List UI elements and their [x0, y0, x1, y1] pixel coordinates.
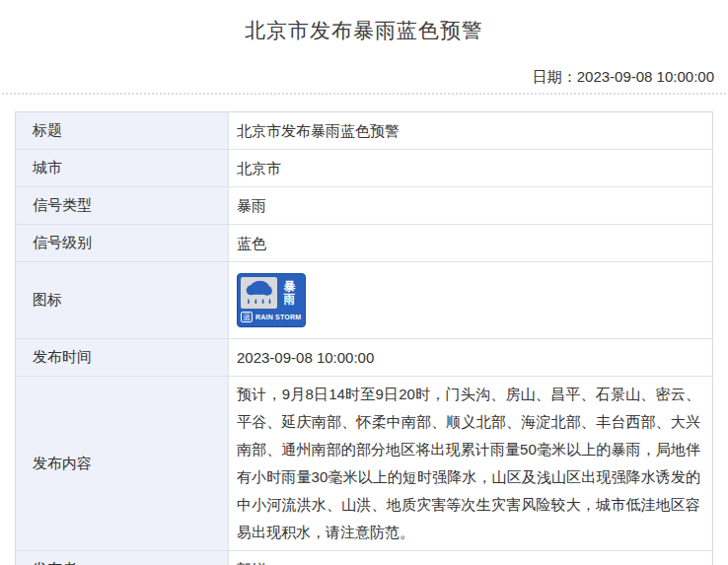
row-label: 发布内容: [16, 377, 228, 550]
table-row-publisher: 发布者 郭锐: [16, 550, 712, 565]
table-row-publish-content: 发布内容 预计，9月8日14时至9日20时，门头沟、房山、昌平、石景山、密云、平…: [16, 376, 712, 550]
table-row-publish-time: 发布时间 2023-09-08 10:00:00: [16, 338, 712, 376]
table-row-icon: 图标: [16, 261, 712, 338]
row-value: 郭锐: [228, 551, 712, 565]
date-label: 日期：2023-09-08 10:00:00: [0, 68, 728, 87]
warning-level-badge: 蓝: [241, 312, 253, 322]
row-value: 暴雨: [228, 187, 712, 224]
row-value: 北京市: [228, 150, 712, 186]
row-label: 信号类型: [16, 187, 228, 224]
warning-english-label: RAIN STORM: [255, 304, 301, 331]
dotted-separator: [2, 93, 726, 95]
warning-info-table: 标题 北京市发布暴雨蓝色预警 城市 北京市 信号类型 暴雨 信号级别 蓝色 图标: [15, 111, 713, 565]
row-label: 信号级别: [16, 225, 228, 261]
row-value: 预计，9月8日14时至9日20时，门头沟、房山、昌平、石景山、密云、平谷、延庆南…: [228, 377, 712, 550]
table-row-city: 城市 北京市: [16, 149, 712, 186]
table-row-signal-type: 信号类型 暴雨: [16, 186, 712, 224]
row-label: 图标: [16, 262, 228, 338]
warning-icon-footer: 蓝 RAIN STORM: [241, 311, 302, 323]
row-label: 发布时间: [16, 339, 228, 376]
row-label: 发布者: [16, 551, 228, 565]
page-title: 北京市发布暴雨蓝色预警: [0, 17, 728, 44]
row-value: 暴 雨 蓝 RAIN STORM: [228, 262, 712, 338]
row-label: 城市: [16, 150, 228, 186]
row-value: 北京市发布暴雨蓝色预警: [228, 112, 712, 149]
table-row-title: 标题 北京市发布暴雨蓝色预警: [16, 112, 712, 149]
row-value: 蓝色: [228, 225, 712, 261]
rainstorm-blue-warning-icon: 暴 雨 蓝 RAIN STORM: [237, 273, 306, 327]
table-row-signal-level: 信号级别 蓝色: [16, 224, 712, 261]
row-label: 标题: [16, 112, 228, 149]
row-value: 2023-09-08 10:00:00: [228, 339, 712, 376]
page-header: 北京市发布暴雨蓝色预警 日期：2023-09-08 10:00:00: [0, 0, 728, 95]
